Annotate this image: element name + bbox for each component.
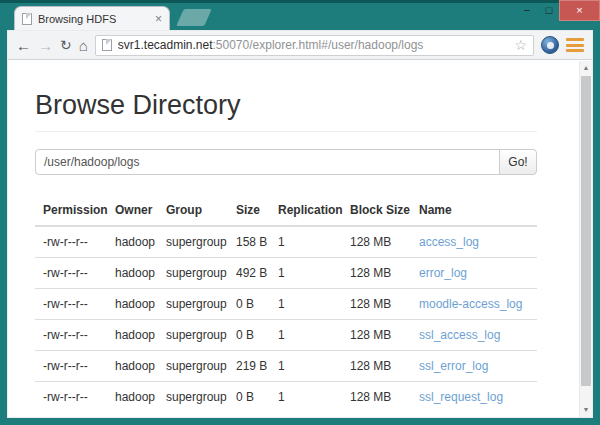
tab-close-icon[interactable]: ×: [155, 13, 162, 25]
close-window-button[interactable]: ×: [559, 0, 600, 21]
menu-hamburger-icon[interactable]: [566, 38, 584, 52]
cell-replication: 1: [270, 351, 342, 382]
table-row: -rw-r--r-- hadoop supergroup 219 B 1 128…: [35, 351, 537, 382]
cell-block-size: 128 MB: [342, 258, 411, 289]
cell-group: supergroup: [158, 351, 228, 382]
cell-permission: -rw-r--r--: [35, 382, 107, 413]
url-text[interactable]: svr1.tecadmin.net:50070/explorer.html#/u…: [118, 38, 509, 52]
file-link[interactable]: access_log: [419, 235, 479, 249]
cell-replication: 1: [270, 320, 342, 351]
cell-group: supergroup: [158, 382, 228, 413]
path-input-group: Go!: [35, 149, 537, 175]
cell-group: supergroup: [158, 320, 228, 351]
table-row: -rw-r--r-- hadoop supergroup 492 B 1 128…: [35, 258, 537, 289]
back-icon[interactable]: ←: [16, 38, 31, 53]
tab-title: Browsing HDFS: [38, 13, 149, 25]
browser-window: ← → ↻ ⌂ svr1.tecadmin.net:50070/explorer…: [7, 30, 593, 418]
forward-icon[interactable]: →: [38, 38, 53, 53]
cell-owner: hadoop: [107, 351, 158, 382]
go-button[interactable]: Go!: [499, 149, 537, 175]
home-icon[interactable]: ⌂: [79, 38, 88, 53]
cell-block-size: 128 MB: [342, 289, 411, 320]
cell-size: 158 B: [228, 226, 270, 258]
table-header-row: Permission Owner Group Size Replication …: [35, 195, 537, 226]
divider: [35, 131, 537, 132]
cell-replication: 1: [270, 289, 342, 320]
cell-permission: -rw-r--r--: [35, 226, 107, 258]
table-row: -rw-r--r-- hadoop supergroup 0 B 1 128 M…: [35, 382, 537, 413]
cell-size: 0 B: [228, 382, 270, 413]
cell-owner: hadoop: [107, 226, 158, 258]
cell-size: 0 B: [228, 289, 270, 320]
cell-owner: hadoop: [107, 289, 158, 320]
new-tab-button[interactable]: [176, 9, 212, 26]
url-page-icon: [102, 39, 112, 51]
header-name: Name: [411, 195, 537, 226]
directory-path-input[interactable]: [35, 149, 500, 175]
cell-permission: -rw-r--r--: [35, 320, 107, 351]
cell-block-size: 128 MB: [342, 320, 411, 351]
table-row: -rw-r--r-- hadoop supergroup 158 B 1 128…: [35, 226, 537, 258]
cell-owner: hadoop: [107, 258, 158, 289]
cell-permission: -rw-r--r--: [35, 258, 107, 289]
table-row: -rw-r--r-- hadoop supergroup 0 B 1 128 M…: [35, 289, 537, 320]
scrollbar-down-icon[interactable]: ▼: [580, 403, 592, 417]
cell-group: supergroup: [158, 289, 228, 320]
page-content: Browse Directory Go! Permission Owner Gr…: [8, 61, 592, 417]
url-domain: svr1.tecadmin.net: [118, 38, 213, 52]
header-block-size: Block Size: [342, 195, 411, 226]
address-bar[interactable]: svr1.tecadmin.net:50070/explorer.html#/u…: [95, 35, 534, 56]
cell-permission: -rw-r--r--: [35, 289, 107, 320]
cell-group: supergroup: [158, 226, 228, 258]
scrollbar-thumb[interactable]: [581, 76, 591, 386]
table-row: -rw-r--r-- hadoop supergroup 0 B 1 128 M…: [35, 320, 537, 351]
extension-icon[interactable]: [541, 36, 559, 54]
file-listing-table: Permission Owner Group Size Replication …: [35, 195, 537, 412]
refresh-icon[interactable]: ↻: [60, 38, 72, 52]
cell-size: 219 B: [228, 351, 270, 382]
scrollbar-up-icon[interactable]: ▲: [580, 61, 592, 75]
cell-replication: 1: [270, 258, 342, 289]
cell-block-size: 128 MB: [342, 226, 411, 258]
cell-permission: -rw-r--r--: [35, 351, 107, 382]
bookmark-star-icon[interactable]: ☆: [514, 37, 527, 53]
maximize-button[interactable]: □: [538, 0, 560, 21]
file-link[interactable]: ssl_request_log: [419, 390, 503, 404]
cell-size: 0 B: [228, 320, 270, 351]
file-link[interactable]: error_log: [419, 266, 467, 280]
page-scrollbar[interactable]: ▲ ▼: [579, 61, 592, 417]
header-replication: Replication: [270, 195, 342, 226]
cell-owner: hadoop: [107, 382, 158, 413]
header-owner: Owner: [107, 195, 158, 226]
file-link[interactable]: ssl_error_log: [419, 359, 488, 373]
url-path: :50070/explorer.html#/user/hadoop/logs: [213, 38, 424, 52]
page-title: Browse Directory: [35, 91, 537, 119]
browser-tab[interactable]: Browsing HDFS ×: [14, 6, 170, 30]
cell-size: 492 B: [228, 258, 270, 289]
header-size: Size: [228, 195, 270, 226]
tab-favicon-page-icon: [22, 13, 32, 25]
window-frame-top: [0, 0, 600, 3]
file-link[interactable]: moodle-access_log: [419, 297, 522, 311]
file-link[interactable]: ssl_access_log: [419, 328, 500, 342]
minimize-button[interactable]: −: [516, 0, 538, 21]
browser-toolbar: ← → ↻ ⌂ svr1.tecadmin.net:50070/explorer…: [8, 31, 592, 60]
header-permission: Permission: [35, 195, 107, 226]
cell-block-size: 128 MB: [342, 351, 411, 382]
cell-group: supergroup: [158, 258, 228, 289]
cell-replication: 1: [270, 226, 342, 258]
cell-replication: 1: [270, 382, 342, 413]
header-group: Group: [158, 195, 228, 226]
cell-block-size: 128 MB: [342, 382, 411, 413]
cell-owner: hadoop: [107, 320, 158, 351]
